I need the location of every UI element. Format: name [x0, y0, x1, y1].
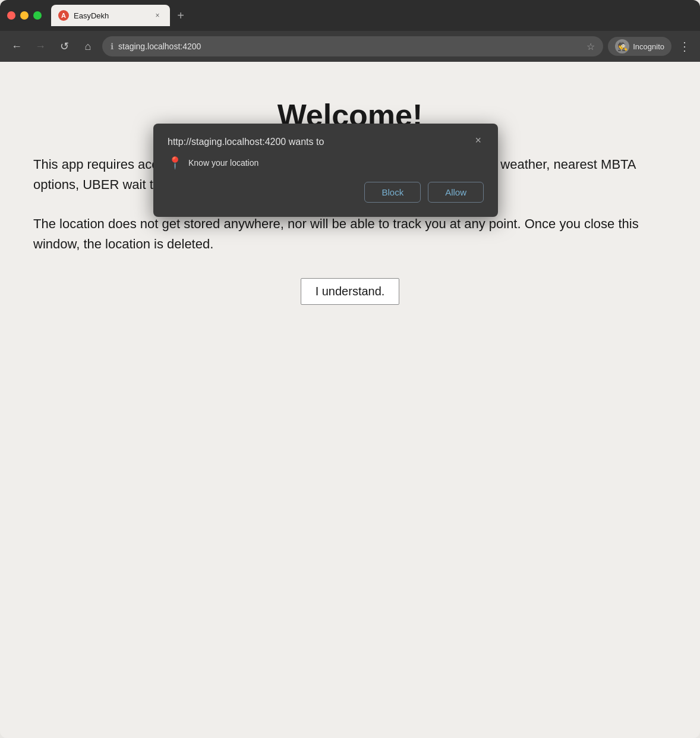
allow-button[interactable]: Allow	[428, 182, 484, 203]
home-button[interactable]: ⌂	[78, 37, 97, 56]
understand-button[interactable]: I understand.	[301, 278, 400, 305]
popup-title: http://staging.localhost:4200 wants to	[168, 135, 324, 149]
new-tab-button[interactable]: +	[172, 7, 189, 24]
incognito-button[interactable]: 🕵 Incognito	[608, 37, 671, 56]
back-button[interactable]: ←	[7, 37, 26, 56]
forward-button[interactable]: →	[31, 37, 50, 56]
minimize-traffic-light[interactable]	[20, 11, 29, 20]
traffic-lights	[7, 11, 42, 20]
navbar: ← → ↺ ⌂ ℹ staging.localhost:4200 ☆ 🕵 Inc…	[0, 31, 700, 62]
incognito-icon: 🕵	[615, 39, 629, 53]
tab-close-button[interactable]: ×	[152, 10, 163, 21]
browser-window: A EasyDekh × + ← → ↺ ⌂ ℹ stagi	[0, 0, 700, 738]
block-button[interactable]: Block	[364, 182, 421, 203]
permission-popup: http://staging.localhost:4200 wants to ×…	[153, 124, 498, 217]
browser-tab[interactable]: A EasyDekh ×	[51, 5, 170, 26]
close-traffic-light[interactable]	[7, 11, 15, 20]
incognito-label: Incognito	[633, 42, 664, 51]
tab-bar: A EasyDekh × +	[51, 5, 693, 26]
maximize-traffic-light[interactable]	[33, 11, 42, 20]
tab-favicon: A	[58, 10, 69, 21]
popup-header: http://staging.localhost:4200 wants to ×	[168, 135, 484, 149]
bookmark-star-icon[interactable]: ☆	[587, 41, 595, 52]
understand-button-container: I understand.	[33, 278, 667, 305]
popup-permission-row: 📍 Know your location	[168, 156, 484, 170]
popup-close-button[interactable]: ×	[472, 134, 484, 147]
popup-buttons: Block Allow	[168, 182, 484, 203]
address-text: staging.localhost:4200	[118, 42, 582, 51]
browser-menu-button[interactable]: ⋮	[676, 37, 693, 56]
titlebar: A EasyDekh × +	[0, 0, 700, 31]
privacy-description: The location does not get stored anywher…	[33, 214, 667, 254]
permission-label: Know your location	[188, 158, 258, 168]
reload-button[interactable]: ↺	[55, 37, 74, 56]
info-icon: ℹ	[111, 42, 113, 51]
location-icon: 📍	[168, 156, 182, 170]
address-bar[interactable]: ℹ staging.localhost:4200 ☆	[102, 36, 603, 56]
tab-title: EasyDekh	[74, 11, 147, 20]
